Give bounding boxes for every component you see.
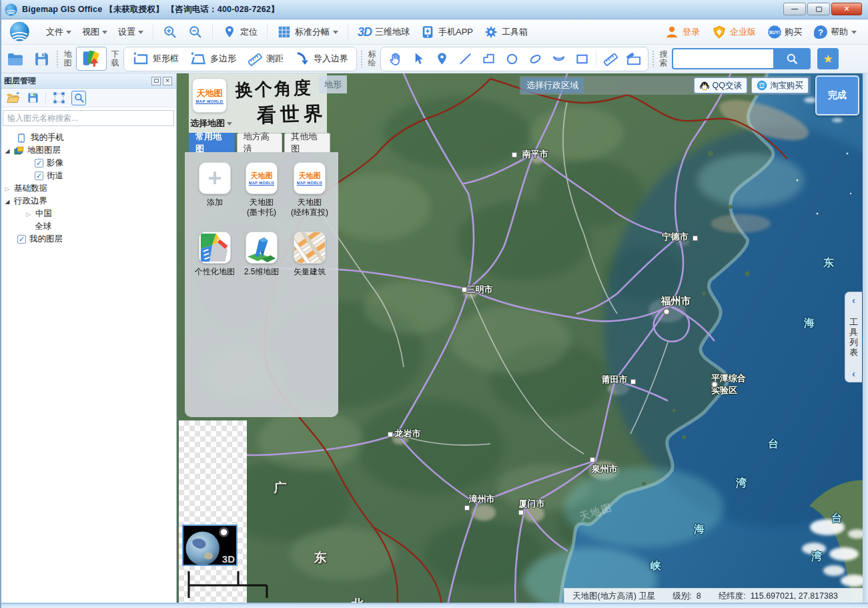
tree-item-我的手机[interactable]: 我的手机 bbox=[0, 131, 176, 144]
search-input[interactable] bbox=[672, 48, 773, 69]
help-button[interactable]: ? 帮助 bbox=[809, 22, 861, 42]
draw-ellipse-tool[interactable] bbox=[524, 49, 546, 69]
map-item-icon bbox=[294, 232, 326, 264]
tree-expand-icon[interactable]: ▷ bbox=[4, 186, 11, 192]
tree-item-行政边界[interactable]: ◢行政边界 bbox=[0, 195, 176, 208]
select-elements-button[interactable] bbox=[51, 91, 66, 105]
zoom-out-button[interactable] bbox=[183, 21, 207, 43]
rectangle-icon bbox=[574, 51, 590, 67]
rect-box-button[interactable]: 矩形框 bbox=[127, 49, 183, 69]
draw-polyline-tool[interactable] bbox=[478, 49, 500, 69]
checkbox[interactable]: ✓ bbox=[35, 159, 43, 168]
map-selector-tab-2[interactable]: 地方高清 bbox=[237, 133, 283, 152]
draw-line-tool[interactable] bbox=[454, 49, 476, 69]
choose-map-label[interactable]: 选择地图 bbox=[190, 117, 232, 129]
favorite-button[interactable]: ★ bbox=[817, 48, 839, 69]
zoom-in-button[interactable] bbox=[158, 21, 182, 43]
measure-ruler-tool[interactable] bbox=[599, 49, 621, 69]
maximize-button[interactable] bbox=[807, 3, 830, 15]
locate-button[interactable]: 定位 bbox=[218, 21, 262, 43]
draw-circle-tool[interactable] bbox=[501, 49, 523, 69]
map-item-icon bbox=[246, 232, 278, 264]
login-button[interactable]: 登录 bbox=[660, 21, 705, 43]
menu-bar: 文件 视图 设置 定位 标准分幅 3D 三维地球 手机APP bbox=[0, 20, 868, 45]
chevron-down-icon bbox=[138, 31, 143, 37]
map-selector-header: 天地图 MAP WORLD 换个角度 看世界 选择地图 bbox=[189, 73, 327, 133]
search-button[interactable] bbox=[773, 48, 811, 69]
menu-file[interactable]: 文件 bbox=[41, 23, 76, 41]
region-select-bar: 选择行政区域 QQ交谈 淘宝购买 bbox=[520, 76, 811, 95]
map-selector-panel: 地形 天地图 MAP WORLD 换个角度 看世界 选择地图 常用地图地方高清其… bbox=[189, 73, 339, 417]
window-border bbox=[0, 0, 1, 608]
selection-tool-group: 矩形框 多边形 测距 导入边界 bbox=[123, 47, 357, 71]
search-elements-button[interactable] bbox=[71, 91, 86, 105]
tianditu-logo[interactable]: 天地图 MAP WORLD bbox=[192, 78, 227, 113]
chevron-left-icon: ‹ bbox=[852, 296, 855, 304]
open-layer-button[interactable] bbox=[5, 91, 20, 105]
panel-close-button[interactable]: ✕ bbox=[163, 77, 172, 85]
tree-item-我的图层[interactable]: ✓我的图层 bbox=[0, 233, 176, 246]
qq-chat-button[interactable]: QQ交谈 bbox=[694, 77, 747, 93]
save-layer-button[interactable] bbox=[25, 91, 40, 105]
measure-distance-button[interactable]: 测距 bbox=[242, 49, 288, 69]
map-download-button[interactable] bbox=[76, 47, 107, 71]
checkbox[interactable]: ✓ bbox=[35, 172, 43, 180]
tree-item-地图图层[interactable]: ◢地图图层 bbox=[0, 144, 176, 157]
map-item-2[interactable]: 天地图MAP WORLD天地图(墨卡托) bbox=[235, 162, 288, 218]
pan-hand-tool[interactable] bbox=[384, 49, 406, 69]
marker-pin-tool[interactable] bbox=[431, 49, 453, 69]
save-button[interactable] bbox=[30, 47, 53, 70]
save-icon bbox=[33, 51, 50, 67]
tree-item-全球[interactable]: 全球 bbox=[0, 220, 176, 233]
draw-rectangle-tool[interactable] bbox=[571, 49, 593, 69]
toolbox-button[interactable]: 工具箱 bbox=[479, 21, 532, 43]
map-item-label: 天地图 bbox=[283, 198, 336, 208]
menu-view[interactable]: 视图 bbox=[77, 23, 112, 41]
checkbox[interactable]: ✓ bbox=[17, 235, 26, 244]
draw-arc-tool[interactable] bbox=[548, 49, 570, 69]
tools-list-tab[interactable]: ‹ 工具列表 ‹ bbox=[845, 292, 862, 382]
open-file-button[interactable] bbox=[4, 47, 27, 70]
menu-settings[interactable]: 设置 bbox=[113, 23, 148, 41]
map-item-1[interactable]: +添加 bbox=[188, 162, 242, 208]
map-item-5[interactable]: 2.5维地图 bbox=[235, 232, 288, 277]
select-arrow-tool[interactable] bbox=[408, 49, 430, 69]
slogan-line2: 看世界 bbox=[256, 100, 327, 129]
globe-3d-button[interactable]: 3D 三维地球 bbox=[353, 22, 414, 43]
globe-3d-thumbnail[interactable]: 3D bbox=[182, 525, 238, 566]
map-item-3[interactable]: 天地图MAP WORLD天地图(经纬直投) bbox=[283, 162, 336, 218]
taobao-icon bbox=[757, 80, 767, 91]
divider bbox=[212, 25, 213, 39]
user-icon bbox=[665, 25, 679, 39]
tree-item-中国[interactable]: ▷中国 bbox=[0, 208, 176, 220]
tree-item-基础数据[interactable]: ▷基础数据 bbox=[0, 182, 176, 195]
question-icon: ? bbox=[814, 25, 827, 39]
panel-float-button[interactable] bbox=[151, 77, 161, 85]
map-item-icon: 天地图MAP WORLD bbox=[294, 162, 326, 194]
region-select-label[interactable]: 选择行政区域 bbox=[521, 77, 584, 93]
map-item-4[interactable]: 个性化地图 bbox=[188, 232, 242, 277]
tree-expand-icon[interactable]: ◢ bbox=[4, 147, 11, 154]
map-source-status: 天地图(地方高清) 卫星 bbox=[572, 591, 655, 602]
tree-item-影像[interactable]: ✓影像 bbox=[0, 157, 176, 170]
map-selector-tab-1[interactable]: 常用地图 bbox=[189, 133, 235, 152]
minimize-button[interactable]: — bbox=[783, 3, 806, 15]
tree-expand-icon[interactable]: ▷ bbox=[25, 211, 32, 218]
tree-item-街道[interactable]: ✓街道 bbox=[0, 170, 176, 182]
enterprise-button[interactable]: 企业版 bbox=[707, 21, 761, 43]
layer-search-input[interactable] bbox=[3, 110, 174, 126]
import-boundary-button[interactable]: 导入边界 bbox=[290, 49, 353, 69]
terrain-layer-button[interactable]: 地形 bbox=[319, 75, 347, 93]
mobile-app-button[interactable]: 手机APP bbox=[416, 21, 478, 43]
chevron-down-icon bbox=[333, 31, 338, 37]
map-selector-tab-3[interactable]: 其他地图 bbox=[284, 133, 330, 152]
tree-expand-icon[interactable]: ◢ bbox=[4, 198, 11, 205]
map-item-6[interactable]: 矢量建筑 bbox=[283, 232, 336, 277]
measure-area-tool[interactable] bbox=[622, 49, 644, 69]
finish-button[interactable]: 完成 bbox=[815, 75, 859, 115]
buy-button[interactable]: BUY! 购买 bbox=[763, 22, 807, 42]
grid-split-button[interactable]: 标准分幅 bbox=[272, 21, 343, 43]
taobao-buy-button[interactable]: 淘宝购买 bbox=[751, 77, 809, 93]
polygon-select-button[interactable]: 多边形 bbox=[185, 49, 241, 69]
close-button[interactable]: ✕ bbox=[831, 3, 862, 15]
